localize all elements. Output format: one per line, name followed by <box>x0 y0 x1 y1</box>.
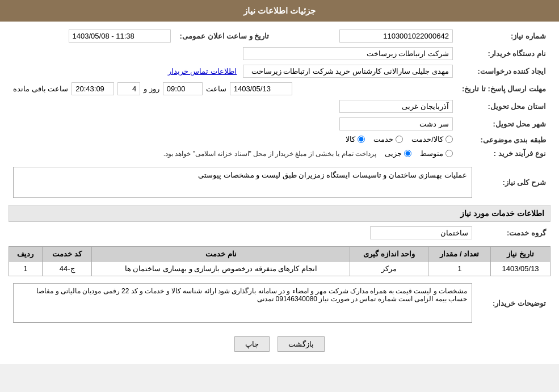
radio-jozi-label: جزیی <box>385 149 402 158</box>
col-tedad: تعداد / مقدار <box>428 247 491 262</box>
roz-label: روز و <box>144 85 159 93</box>
ostan-value: آذربایجان غربی <box>9 98 457 115</box>
radio-jozi-input[interactable] <box>404 150 411 157</box>
shahr-value: سر دشت <box>9 115 457 133</box>
table-row: 1403/05/13 1 مرکز انجام کارهای متفرقه در… <box>9 262 550 276</box>
etan-field: 1403/05/08 - 11:38 <box>69 29 171 43</box>
page-header: جزئیات اطلاعات نیاز <box>0 0 559 22</box>
farayand-note: پرداخت تمام یا بخشی از مبلغ خریدار از مح… <box>163 150 376 158</box>
ostan-label: استان محل تحویل: <box>457 98 550 115</box>
cell-vahed: مرکز <box>350 262 428 276</box>
ijad-label: ایجاد کننده درخواست: <box>457 62 550 80</box>
radio-khedmat[interactable]: خدمت <box>373 135 403 144</box>
page-title: جزئیات اطلاعات نیاز <box>243 6 316 15</box>
baghimande-label: ساعت باقی مانده <box>13 85 68 93</box>
noe-farayand-value: متوسط جزیی پرداخت تمام یا بخشی از مبلغ خ… <box>9 147 457 160</box>
nam-dastgah-field: شرکت ارتباطات زیرساخت <box>243 47 453 60</box>
cell-nam-khedmat: انجام کارهای متفرقه درخصوص بازسازی و بهس… <box>92 262 350 276</box>
radio-mottaset-input[interactable] <box>445 150 453 157</box>
baghimande-field: 20:43:09 <box>72 82 114 95</box>
nam-dastgah-label: نام دستگاه خریدار: <box>457 45 550 62</box>
saat-label: ساعت <box>206 85 226 93</box>
radio-kala-khedmat-input[interactable] <box>445 136 453 143</box>
service-table: تاریخ نیاز تعداد / مقدار واحد اندازه گیر… <box>9 246 550 276</box>
shomare-niaz-field: 1103001022000642 <box>339 29 453 43</box>
tabaghe-label: طبقه بندی موضوعی: <box>457 133 550 147</box>
col-nam-khedmat: نام خدمت <box>92 247 350 262</box>
roz-field: 4 <box>117 82 140 95</box>
radio-kala[interactable]: کالا <box>346 135 365 144</box>
shomare-niaz-value: 1103001022000642 <box>274 27 457 45</box>
ijad-field: مهدی جلیلی سارالانی کارشناس خرید شرکت ار… <box>243 65 453 78</box>
radio-khedmat-label: خدمت <box>373 135 393 144</box>
nam-dastgah-value: شرکت ارتباطات زیرساخت <box>9 45 457 62</box>
cell-tarikh-niaz: 1403/05/13 <box>491 262 550 276</box>
footer-buttons: بازگشت چاپ <box>9 330 550 359</box>
print-button[interactable]: چاپ <box>234 336 270 352</box>
sharh-field: عملیات بهسازی ساختمان و تاسیسات ایستگاه … <box>13 167 472 198</box>
radio-kala-khedmat-label: کالا/خدمت <box>411 135 443 144</box>
shahr-label: شهر محل تحویل: <box>457 115 550 133</box>
service-info-header: اطلاعات خدمات مورد نیاز <box>9 205 550 222</box>
cell-tedad: 1 <box>428 262 491 276</box>
tabaghe-value: کالا/خدمت خدمت کالا <box>9 133 457 147</box>
col-kod-khedmat: کد خدمت <box>42 247 92 262</box>
date1-field: 1403/05/13 <box>230 82 292 95</box>
grouh-khedmat-value: ساختمان <box>9 224 477 242</box>
radio-kala-khedmat[interactable]: کالا/خدمت <box>411 135 453 144</box>
grouh-khedmat-label: گروه خدمت: <box>477 224 550 242</box>
sharh-value: عملیات بهسازی ساختمان و تاسیسات ایستگاه … <box>9 165 477 200</box>
col-vahed: واحد اندازه گیری <box>350 247 428 262</box>
back-button[interactable]: بازگشت <box>278 336 325 352</box>
radio-mottaset[interactable]: متوسط <box>420 149 453 158</box>
col-radif: ردیف <box>9 247 43 262</box>
shahr-field: سر دشت <box>339 117 453 130</box>
col-tarikh-niaz: تاریخ نیاز <box>491 247 550 262</box>
radio-jozi[interactable]: جزیی <box>385 149 411 158</box>
ijad-value: مهدی جلیلی سارالانی کارشناس خرید شرکت ار… <box>9 62 457 80</box>
touzih-value: مشخصات و لیست قیمت به همراه مدارک شرکت م… <box>9 281 477 325</box>
saat-field: 09:00 <box>163 82 203 95</box>
cell-radif: 1 <box>9 262 43 276</box>
radio-mottaset-label: متوسط <box>420 149 443 158</box>
touzih-label: توضیحات خریدار: <box>477 281 550 325</box>
mohlat-label: مهلت ارسال پاسخ: تا تاریخ: <box>457 80 550 98</box>
shomare-niaz-label: شماره نیاز: <box>457 27 550 45</box>
radio-kala-label: کالا <box>346 135 355 144</box>
ettelaat-tamas-link[interactable]: اطلاعات تماس خریدار <box>168 67 237 75</box>
mohlat-value: 1403/05/13 ساعت 09:00 روز و 4 20:43:09 س… <box>9 80 457 98</box>
sharh-label: شرح کلی نیاز: <box>477 165 550 200</box>
noe-farayand-label: نوع فرآیند خرید : <box>457 147 550 160</box>
etan-value: 1403/05/08 - 11:38 <box>9 27 175 45</box>
grouh-khedmat-field: ساختمان <box>370 226 472 239</box>
cell-kod-khedmat: ج-44 <box>42 262 92 276</box>
touzih-field: مشخصات و لیست قیمت به همراه مدارک شرکت م… <box>13 283 472 323</box>
radio-kala-input[interactable] <box>358 136 365 143</box>
radio-khedmat-input[interactable] <box>396 136 403 143</box>
etan-label: تاریخ و ساعت اعلان عمومی: <box>175 27 274 45</box>
ostan-field: آذربایجان غربی <box>339 100 453 113</box>
